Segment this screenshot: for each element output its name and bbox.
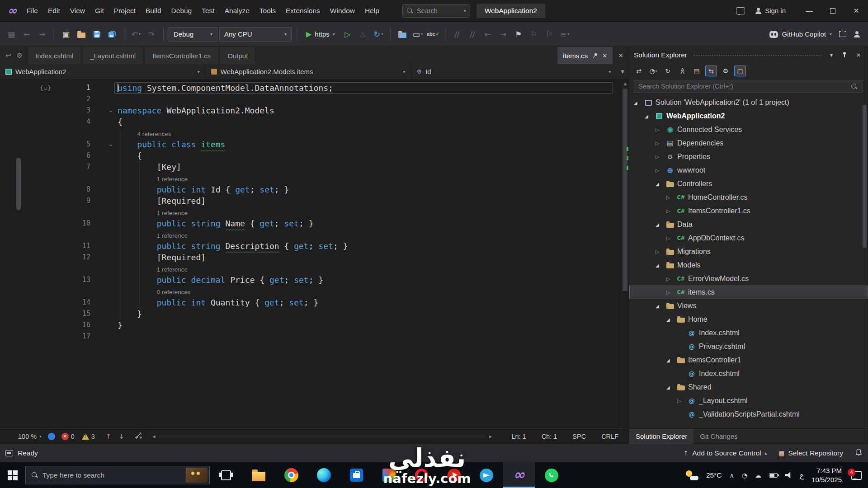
breakpoint-margin[interactable] xyxy=(0,105,63,116)
previous-bookmark-icon[interactable]: ⚐ xyxy=(527,28,541,41)
file-explorer-icon[interactable] xyxy=(242,462,275,488)
expander-collapsed-icon[interactable]: ▷ xyxy=(666,195,675,201)
close-document-icon[interactable]: ✕ xyxy=(613,47,629,64)
restart-icon[interactable]: ↻▾ xyxy=(372,28,385,41)
switch-views-icon[interactable]: ⇄ xyxy=(633,66,645,76)
fold-marker[interactable]: › xyxy=(104,105,118,116)
tree-item-items-cs[interactable]: ▷C#items.cs xyxy=(629,286,868,299)
pin-icon[interactable] xyxy=(591,52,599,60)
navigate-back-icon[interactable]: ← xyxy=(20,28,33,41)
edge-icon[interactable] xyxy=(307,462,340,488)
next-issue-icon[interactable]: ↓ xyxy=(118,432,124,441)
web-publish-icon[interactable] xyxy=(396,28,409,41)
target-browser-icon[interactable]: ▭▾ xyxy=(411,28,425,41)
tree-item-appdbcontext-cs[interactable]: ▷C#AppDbContext.cs xyxy=(629,231,868,245)
tab-items-cs[interactable]: items.cs ✕ xyxy=(557,47,613,64)
menu-analyze[interactable]: Analyze xyxy=(220,0,255,21)
github-copilot-button[interactable]: GitHub Copilot ▾ xyxy=(769,30,832,38)
tree-item-wwwroot[interactable]: ▷⊕wwwroot xyxy=(629,164,868,177)
expander-expanded-icon[interactable]: ◢ xyxy=(666,317,675,322)
tree-item-dependencies[interactable]: ▷▤Dependencies xyxy=(629,136,868,150)
tree-item-solution-webapplication2-1-of-1-project[interactable]: ◢Solution 'WebApplication2' (1 of 1 proj… xyxy=(629,96,868,109)
error-count[interactable]: 0 xyxy=(71,433,75,440)
breakpoint-margin[interactable] xyxy=(0,297,63,308)
expander-expanded-icon[interactable]: ◢ xyxy=(645,114,654,119)
breakpoint-margin[interactable] xyxy=(0,229,63,240)
menu-build[interactable]: Build xyxy=(141,0,166,21)
breakpoint-margin[interactable] xyxy=(0,184,63,195)
toggle-comment-icon[interactable]: ∕∕ xyxy=(450,28,464,41)
navigate-forward-icon[interactable]: → xyxy=(35,28,49,41)
expander-collapsed-icon[interactable]: ▷ xyxy=(666,290,675,296)
scrollbar-thumb[interactable] xyxy=(863,105,867,248)
collapse-all-icon[interactable]: ≫ xyxy=(676,66,688,76)
fold-marker[interactable]: › xyxy=(104,139,118,150)
undo-icon[interactable]: ↶▾ xyxy=(129,28,143,41)
volume-icon[interactable] xyxy=(785,472,792,479)
menu-debug[interactable]: Debug xyxy=(166,0,197,21)
search-box[interactable]: Search ▾ xyxy=(402,4,470,18)
share-icon[interactable] xyxy=(839,31,846,37)
onedrive-cloud-icon[interactable]: ☁ xyxy=(755,472,761,479)
breakpoint-margin[interactable] xyxy=(0,127,63,139)
show-hidden-icons-chevron[interactable]: ∧ xyxy=(730,472,734,479)
breakpoint-margin[interactable] xyxy=(0,308,63,319)
start-without-debugging-icon[interactable]: ▷ xyxy=(341,28,354,41)
store-icon[interactable] xyxy=(340,462,373,488)
errors-icon[interactable]: ✕ xyxy=(61,433,69,440)
expander-expanded-icon[interactable]: ◢ xyxy=(666,358,675,363)
increase-indent-icon[interactable]: ⇥ xyxy=(496,28,510,41)
left-scrollbar[interactable] xyxy=(16,158,21,210)
breakpoint-margin[interactable] xyxy=(0,161,63,173)
expander-expanded-icon[interactable]: ◢ xyxy=(634,100,643,105)
decrease-indent-icon[interactable]: ⇤ xyxy=(481,28,495,41)
codelens-references[interactable]: 1 reference xyxy=(118,174,188,185)
expander-expanded-icon[interactable]: ◢ xyxy=(656,222,665,227)
expander-collapsed-icon[interactable]: ▷ xyxy=(666,235,675,241)
feedback-icon[interactable] xyxy=(736,7,745,14)
codelens-references[interactable]: 1 reference xyxy=(118,264,188,275)
expander-collapsed-icon[interactable]: ▷ xyxy=(666,276,675,282)
preview-selected-items-icon[interactable]: ▢ xyxy=(734,66,746,76)
select-repository-button[interactable]: ▦ Select Repository xyxy=(778,449,843,457)
notifications-bell-icon[interactable] xyxy=(855,448,863,458)
tree-item-validationscriptspartial-cshtml[interactable]: @_ValidationScriptsPartial.cshtml xyxy=(629,408,868,421)
breadcrumb-member-dropdown[interactable]: ⚙ Id ▾ xyxy=(411,64,617,79)
document-dropdown-icon[interactable]: ▼ xyxy=(616,64,629,79)
expander-expanded-icon[interactable]: ◢ xyxy=(666,385,675,390)
document-health-icon[interactable] xyxy=(48,433,55,440)
show-all-files-icon[interactable]: ▤ xyxy=(691,66,703,76)
start-debugging-button[interactable]: ▶ https ▾ xyxy=(302,27,339,42)
tab-git-changes[interactable]: Git Changes xyxy=(693,429,744,444)
tree-item-home[interactable]: ◢Home xyxy=(629,313,868,326)
hot-reload-icon[interactable]: ♨ xyxy=(356,28,370,41)
close-button[interactable]: ✕ xyxy=(844,0,868,21)
breakpoint-margin[interactable] xyxy=(0,150,63,161)
menu-edit[interactable]: Edit xyxy=(43,0,65,21)
temperature[interactable]: 25°C xyxy=(706,471,722,479)
breakpoint-margin[interactable]: {▫} xyxy=(0,82,63,94)
photos-icon[interactable] xyxy=(373,462,405,488)
expander-expanded-icon[interactable]: ◢ xyxy=(656,263,665,268)
quick-action-margin-icon[interactable]: {▫} xyxy=(40,82,51,94)
close-tab-icon[interactable]: ✕ xyxy=(602,52,607,59)
tree-item-webapplication2[interactable]: ◢WebApplication2 xyxy=(629,109,868,123)
menu-git[interactable]: Git xyxy=(90,0,109,21)
previous-issue-icon[interactable]: ↑ xyxy=(106,432,112,441)
tree-item-views[interactable]: ◢Views xyxy=(629,299,868,313)
search-highlight-image[interactable] xyxy=(186,468,208,483)
telegram-icon[interactable] xyxy=(470,462,503,488)
pin-icon[interactable] xyxy=(840,52,849,59)
breakpoint-margin[interactable] xyxy=(0,94,63,105)
menu-file[interactable]: File xyxy=(22,0,43,21)
horizontal-scrollbar[interactable] xyxy=(159,435,486,438)
add-to-source-control-button[interactable]: ↑ Add to Source Control ▴ xyxy=(684,449,767,457)
new-file-icon[interactable]: ▣ xyxy=(59,28,73,41)
background-tasks-icon[interactable] xyxy=(5,450,13,456)
sign-in-button[interactable]: Sign in xyxy=(755,7,786,14)
maximize-button[interactable] xyxy=(821,0,844,21)
breakpoint-margin[interactable] xyxy=(0,263,63,274)
scrollbar-thumb[interactable] xyxy=(623,89,627,291)
tree-item-controllers[interactable]: ◢Controllers xyxy=(629,177,868,191)
tree-item-layout-cshtml[interactable]: ▷@_Layout.cshtml xyxy=(629,394,868,408)
